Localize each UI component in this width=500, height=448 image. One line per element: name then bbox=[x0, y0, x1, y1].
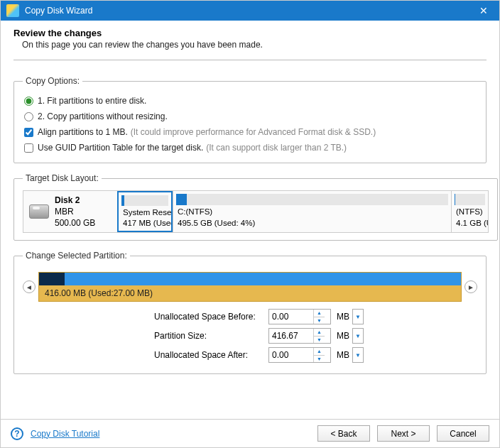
row-unalloc-after: Unallocated Space After: ▲▼ MB ▼ bbox=[23, 347, 477, 363]
row-unalloc-before: Unallocated Space Before: ▲▼ MB ▼ bbox=[23, 309, 477, 324]
unit-unalloc-before: MB bbox=[337, 312, 349, 322]
target-layout-group: Target Disk Layout: Disk 2 MBR 500.00 GB… bbox=[13, 173, 498, 241]
partition-label: System Reserved bbox=[123, 207, 167, 219]
close-icon[interactable]: ✕ bbox=[474, 1, 494, 21]
disk-info: Disk 2 MBR 500.00 GB bbox=[23, 191, 117, 232]
page-header: Review the changes On this page you can … bbox=[1, 21, 499, 60]
spin-down-icon[interactable]: ▼ bbox=[314, 356, 325, 363]
disk-text: Disk 2 MBR 500.00 GB bbox=[55, 195, 95, 229]
input-unalloc-before[interactable]: ▲▼ bbox=[268, 309, 331, 324]
option-gpt[interactable]: Use GUID Partition Table for the target … bbox=[23, 140, 477, 155]
input-unalloc-after[interactable]: ▲▼ bbox=[268, 347, 331, 363]
input-partition-size[interactable]: ▲▼ bbox=[268, 328, 331, 344]
divider bbox=[13, 60, 487, 60]
row-partition-size: Partition Size: ▲▼ MB ▼ bbox=[23, 328, 477, 344]
change-partition-legend: Change Selected Partition: bbox=[23, 251, 130, 261]
spinner-unalloc-after[interactable]: ▲▼ bbox=[313, 348, 325, 362]
unit-unalloc-after: MB bbox=[337, 350, 349, 360]
partition-detail: 417 MB (Used: 6%) bbox=[123, 218, 167, 229]
titlebar: Copy Disk Wizard ✕ bbox=[1, 1, 499, 21]
disk-name: Disk 2 bbox=[55, 195, 95, 206]
partition-text: (NTFS) 4.1 GB (Used: 0%) bbox=[452, 207, 488, 231]
disk-layout: Disk 2 MBR 500.00 GB System Reserved 417… bbox=[23, 190, 489, 233]
spinner-partition-size[interactable]: ▲▼ bbox=[313, 329, 325, 343]
option-fit-partitions[interactable]: 1. Fit partitions to entire disk. bbox=[23, 93, 477, 109]
disk-icon bbox=[29, 204, 49, 219]
option-gpt-hint: (It can support disk larger than 2 TB.) bbox=[206, 143, 347, 153]
window-title: Copy Disk Wizard bbox=[25, 6, 474, 16]
partition-text: System Reserved 417 MB (Used: 6%) bbox=[119, 207, 171, 231]
partition-bar bbox=[176, 194, 448, 205]
disk-type: MBR bbox=[55, 206, 95, 217]
label-unalloc-after: Unallocated Space After: bbox=[23, 350, 264, 360]
unit-dropdown[interactable]: ▼ bbox=[352, 347, 364, 363]
cancel-button[interactable]: Cancel bbox=[437, 425, 489, 442]
option-fit-label: 1. Fit partitions to entire disk. bbox=[38, 96, 146, 106]
value-unalloc-before[interactable] bbox=[269, 310, 313, 324]
partition-ntfs[interactable]: (NTFS) 4.1 GB (Used: 0%) bbox=[451, 191, 488, 232]
option-align-label: Align partitions to 1 MB. bbox=[38, 127, 128, 137]
disk-size: 500.00 GB bbox=[55, 217, 95, 229]
option-align[interactable]: Align partitions to 1 MB. (It could impr… bbox=[23, 124, 477, 140]
unit-dropdown[interactable]: ▼ bbox=[352, 309, 364, 324]
partition-detail: 4.1 GB (Used: 0%) bbox=[456, 218, 484, 229]
option-no-resize[interactable]: 2. Copy partitions without resizing. bbox=[23, 109, 477, 124]
partition-bar bbox=[121, 195, 168, 206]
partition-label: (NTFS) bbox=[456, 207, 484, 218]
spin-down-icon[interactable]: ▼ bbox=[314, 317, 325, 324]
wizard-footer: ? Copy Disk Tutorial < Back Next > Cance… bbox=[1, 419, 499, 447]
spinner-unalloc-before[interactable]: ▲▼ bbox=[313, 310, 325, 324]
partition-editor[interactable]: 416.00 MB (Used:27.00 MB) bbox=[38, 272, 462, 302]
page-subtitle: On this page you can review the changes … bbox=[22, 40, 487, 50]
wizard-body: Copy Options: 1. Fit partitions to entir… bbox=[1, 66, 499, 419]
partition-label: C:(NTFS) bbox=[178, 207, 447, 218]
back-button[interactable]: < Back bbox=[317, 425, 370, 442]
partition-bar bbox=[455, 194, 485, 205]
partition-editor-bar[interactable] bbox=[39, 273, 461, 285]
radio-no-resize[interactable] bbox=[24, 112, 33, 121]
next-button[interactable]: Next > bbox=[377, 425, 430, 442]
spin-down-icon[interactable]: ▼ bbox=[314, 337, 325, 344]
unit-partition-size: MB bbox=[337, 331, 349, 341]
page-title: Review the changes bbox=[13, 28, 487, 38]
partition-editor-label: 416.00 MB (Used:27.00 MB) bbox=[39, 285, 461, 301]
partition-editor-row: ◄ 416.00 MB (Used:27.00 MB) ► bbox=[23, 272, 477, 302]
value-unalloc-after[interactable] bbox=[269, 348, 313, 362]
app-icon bbox=[6, 4, 19, 17]
target-layout-legend: Target Disk Layout: bbox=[23, 173, 102, 183]
change-partition-group: Change Selected Partition: ◄ 416.00 MB (… bbox=[13, 251, 487, 374]
help-icon[interactable]: ? bbox=[11, 427, 23, 440]
prev-partition-button[interactable]: ◄ bbox=[23, 280, 36, 293]
option-gpt-label: Use GUID Partition Table for the target … bbox=[38, 143, 203, 153]
radio-fit[interactable] bbox=[24, 97, 33, 106]
partition-c[interactable]: C:(NTFS) 495.5 GB (Used: 4%) bbox=[173, 191, 451, 232]
next-partition-button[interactable]: ► bbox=[464, 280, 477, 293]
spin-up-icon[interactable]: ▲ bbox=[314, 329, 325, 337]
label-unalloc-before: Unallocated Space Before: bbox=[23, 312, 264, 322]
checkbox-align[interactable] bbox=[24, 128, 33, 137]
wizard-window: Copy Disk Wizard ✕ Review the changes On… bbox=[0, 0, 500, 448]
label-partition-size: Partition Size: bbox=[23, 331, 264, 341]
unit-dropdown[interactable]: ▼ bbox=[352, 328, 364, 344]
copy-options-legend: Copy Options: bbox=[23, 76, 82, 86]
partition-text: C:(NTFS) 495.5 GB (Used: 4%) bbox=[173, 207, 451, 231]
tutorial-link[interactable]: Copy Disk Tutorial bbox=[31, 429, 99, 439]
size-form: Unallocated Space Before: ▲▼ MB ▼ Partit… bbox=[23, 309, 477, 363]
partition-system-reserved[interactable]: System Reserved 417 MB (Used: 6%) bbox=[117, 191, 173, 232]
option-no-resize-label: 2. Copy partitions without resizing. bbox=[38, 111, 168, 121]
spin-up-icon[interactable]: ▲ bbox=[314, 348, 325, 356]
option-align-hint: (It could improve performance for Advanc… bbox=[131, 127, 376, 137]
spin-up-icon[interactable]: ▲ bbox=[314, 310, 325, 317]
copy-options-group: Copy Options: 1. Fit partitions to entir… bbox=[13, 76, 487, 163]
checkbox-gpt[interactable] bbox=[24, 143, 33, 153]
partition-detail: 495.5 GB (Used: 4%) bbox=[178, 218, 447, 229]
value-partition-size[interactable] bbox=[269, 329, 313, 343]
